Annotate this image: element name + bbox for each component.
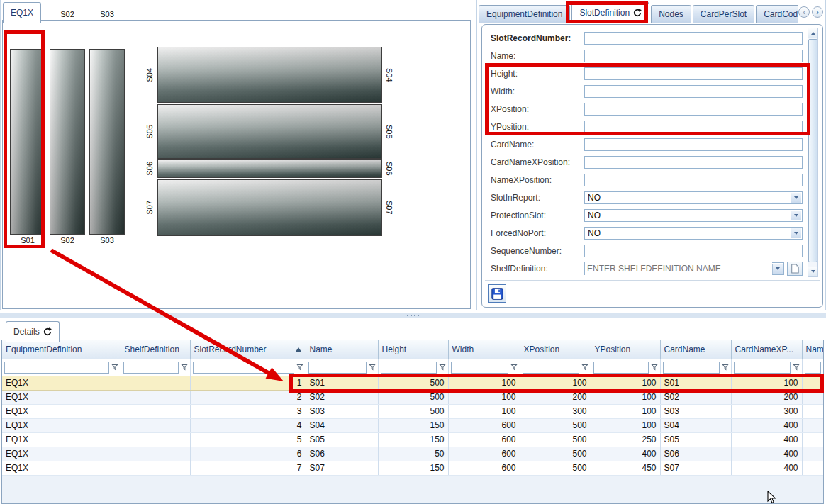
table-row[interactable]: EQ1X 3S03 500100 300100 S03300 [2, 404, 823, 418]
refresh-icon[interactable] [633, 9, 642, 17]
filter-funnel-icon[interactable] [296, 364, 303, 371]
y-position-label: YPosition: [491, 121, 529, 133]
filter-funnel-icon[interactable] [510, 364, 518, 371]
shelf-definition-combo[interactable] [584, 262, 784, 275]
dropdown-arrow-icon[interactable] [772, 264, 783, 274]
width-input[interactable] [584, 85, 803, 98]
filter-funnel-icon[interactable] [651, 364, 658, 371]
column-header-equipment-definition[interactable]: EquipmentDefinition [2, 340, 121, 359]
column-header-card-name[interactable]: CardName [660, 340, 731, 359]
filter-funnel-icon[interactable] [439, 364, 446, 371]
shelf-definition-label: ShelfDefinition: [491, 262, 548, 275]
dropdown-arrow-icon[interactable] [791, 193, 801, 203]
table-row[interactable]: EQ1X 2S02 500100 200100 S02200 [2, 390, 823, 404]
column-header-shelf-definition[interactable]: ShelfDefinition [121, 340, 190, 359]
sequence-number-input[interactable] [584, 245, 803, 257]
form-separator [485, 280, 820, 281]
tab-card-per-slot[interactable]: CardPerSlot [693, 5, 754, 23]
tab-scroll-right-button[interactable]: › [812, 6, 823, 18]
filter-input-height[interactable] [381, 362, 437, 374]
table-row[interactable]: EQ1X 1S01 500100 100100 S01100 [2, 376, 823, 390]
card-name-x-position-input[interactable] [584, 156, 803, 169]
forced-no-port-label: ForcedNoPort: [491, 227, 546, 240]
tab-details[interactable]: Details [6, 321, 60, 342]
scroll-down-icon[interactable] [808, 267, 817, 276]
slot-graphic-s05[interactable] [157, 104, 382, 159]
filter-input-equipment-definition[interactable] [4, 362, 109, 374]
width-label: Width: [491, 85, 515, 98]
tab-eq1x[interactable]: EQ1X [3, 2, 41, 23]
tab-nodes[interactable]: Nodes [651, 5, 691, 23]
chevron-left-icon: ‹ [803, 9, 805, 16]
slot-graphic-s06[interactable] [157, 159, 382, 178]
tab-equipment-definition[interactable]: EquipmentDefinition [479, 5, 570, 23]
column-header-y-position[interactable]: YPosition [591, 340, 660, 359]
save-button[interactable] [488, 284, 506, 303]
filter-input-x-position[interactable] [523, 362, 579, 374]
filter-input-card-name[interactable] [663, 362, 720, 374]
slot-label-bottom-s02: S02 [50, 236, 85, 246]
new-document-button[interactable] [787, 262, 803, 276]
filter-funnel-icon[interactable] [581, 364, 588, 371]
tab-card-code[interactable]: CardCodeP [756, 5, 798, 23]
slot-label-right-s07: S07 [384, 179, 395, 236]
column-header-name[interactable]: Name [306, 340, 378, 359]
height-input[interactable] [584, 67, 803, 80]
filter-input-card-name-x-position[interactable] [734, 362, 791, 374]
slot-label-left-s06: S06 [144, 159, 155, 178]
refresh-icon[interactable] [43, 327, 52, 336]
slot-in-report-select[interactable]: NO [584, 191, 803, 204]
definition-panel: EquipmentDefinition SlotDefinition Nodes… [476, 0, 826, 310]
column-header-slot-record-number[interactable]: SlotRecordNumber [190, 340, 306, 359]
table-row[interactable]: EQ1X 6S06 50600 500400 S06400 [2, 447, 823, 461]
filter-input-name-x-position[interactable] [805, 362, 821, 374]
column-header-card-name-x-position[interactable]: CardNameXP... [731, 340, 802, 359]
filter-funnel-icon[interactable] [369, 364, 376, 371]
slot-label-top-s02: S02 [50, 10, 85, 20]
filter-funnel-icon[interactable] [793, 364, 800, 371]
scrollbar-thumb[interactable] [808, 39, 817, 262]
column-header-name-x-position[interactable]: Nam [802, 340, 823, 359]
filter-funnel-icon[interactable] [181, 364, 188, 371]
slot-record-number-input[interactable] [584, 32, 803, 45]
shelf-definition-input[interactable] [585, 262, 772, 275]
filter-input-y-position[interactable] [593, 362, 649, 374]
slot-graphic-s01[interactable] [10, 49, 45, 235]
tab-eq1x-label: EQ1X [11, 8, 33, 18]
column-header-height[interactable]: Height [378, 340, 448, 359]
name-x-position-input[interactable] [584, 174, 803, 186]
table-row[interactable]: EQ1X 4S04 150600 500100 S04400 [2, 418, 823, 432]
name-input[interactable] [584, 50, 803, 62]
filter-funnel-icon[interactable] [111, 364, 118, 371]
equipment-canvas: S01 S02 S03 S01 S02 S03 S04 S05 S06 S07 … [2, 20, 471, 309]
x-position-input[interactable] [584, 103, 803, 116]
card-name-x-position-label: CardNameXPosition: [491, 156, 570, 169]
dropdown-arrow-icon[interactable] [791, 228, 801, 238]
equipment-view-panel: EQ1X S01 S02 S03 S01 S02 S03 S04 S05 S06… [0, 0, 471, 310]
table-row[interactable]: EQ1X 7S07 150600 500450 S07400 [2, 461, 823, 475]
filter-input-shelf-definition[interactable] [123, 362, 179, 374]
name-x-position-label: NameXPosition: [491, 174, 552, 186]
slot-graphic-s07[interactable] [157, 179, 382, 236]
filter-input-name[interactable] [308, 362, 367, 374]
table-row[interactable]: EQ1X 5S05 150600 500250 S05400 [2, 432, 823, 447]
slot-graphic-s02[interactable] [50, 49, 85, 235]
tab-scroll-left-button[interactable]: ‹ [798, 6, 810, 18]
filter-funnel-icon[interactable] [722, 364, 729, 371]
y-position-input[interactable] [584, 121, 803, 133]
tab-slot-definition[interactable]: SlotDefinition [571, 2, 649, 23]
card-name-input[interactable] [584, 138, 803, 151]
filter-input-slot-record-number[interactable] [193, 362, 294, 374]
slot-label-right-s06: S06 [384, 159, 395, 178]
filter-input-width[interactable] [451, 362, 508, 374]
column-header-x-position[interactable]: XPosition [520, 340, 591, 359]
horizontal-splitter[interactable] [0, 313, 826, 318]
dropdown-arrow-icon[interactable] [791, 211, 801, 220]
scroll-up-icon[interactable] [808, 28, 817, 38]
form-scrollbar[interactable] [808, 28, 818, 277]
forced-no-port-select[interactable]: NO [584, 227, 803, 240]
slot-graphic-s04[interactable] [157, 47, 382, 103]
column-header-width[interactable]: Width [448, 340, 520, 359]
slot-graphic-s03[interactable] [89, 49, 125, 235]
protection-slot-select[interactable]: NO [584, 209, 803, 222]
